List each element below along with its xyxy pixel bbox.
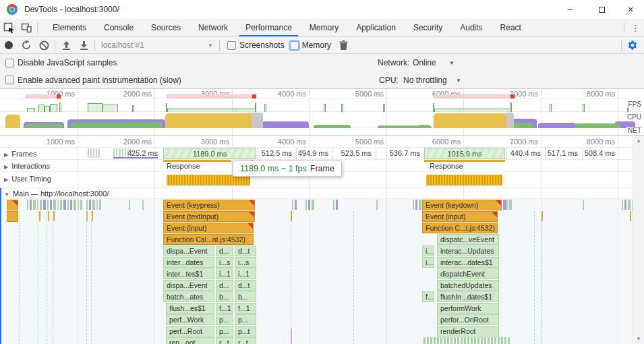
memory-checkbox[interactable]: [290, 41, 299, 50]
record-button[interactable]: [0, 37, 18, 53]
user-timing-track-label[interactable]: ▶User Timing: [4, 175, 51, 183]
load-profile-icon[interactable]: [57, 37, 75, 53]
flame-node[interactable]: inter...dates: [163, 257, 214, 268]
tab-network[interactable]: Network: [189, 19, 237, 36]
flame-node[interactable]: f...: [422, 291, 434, 302]
save-profile-icon[interactable]: [75, 37, 92, 53]
tab-elements[interactable]: Elements: [44, 19, 95, 36]
more-options-icon[interactable]: ⋮: [626, 23, 644, 33]
tab-application[interactable]: Application: [347, 19, 405, 36]
flame-node[interactable]: Event (input): [163, 223, 254, 233]
frame-cell[interactable]: 508.4 ms: [582, 148, 618, 159]
flame-node[interactable]: interac...Updates: [437, 246, 499, 256]
flame-node[interactable]: batch...ates: [163, 291, 214, 302]
flame-node[interactable]: perf...Work: [166, 314, 214, 325]
chevron-down-icon[interactable]: ▼: [204, 42, 217, 49]
flame-node[interactable]: dispatchEvent: [437, 268, 499, 279]
flame-node[interactable]: flushIn...dates$1: [437, 291, 499, 302]
flame-node[interactable]: p...: [235, 314, 256, 325]
flame-node[interactable]: Event (keypress): [163, 200, 255, 210]
flame-node[interactable]: ren...oot: [166, 337, 214, 344]
flame-node[interactable]: performWork: [437, 303, 499, 314]
trash-icon[interactable]: [335, 37, 353, 53]
frame-cell[interactable]: 494.9 ms: [296, 148, 331, 159]
tab-sources[interactable]: Sources: [142, 19, 189, 36]
event-block[interactable]: [7, 200, 18, 210]
maximize-button[interactable]: [588, 0, 615, 19]
flame-node[interactable]: i...: [422, 246, 434, 256]
flame-node[interactable]: r...t: [216, 337, 233, 344]
flame-node[interactable]: b...: [235, 291, 256, 302]
flame-node[interactable]: p...: [216, 314, 233, 325]
user-timing-bar[interactable]: [426, 175, 502, 185]
cpu-throttling-select[interactable]: No throttling: [403, 76, 447, 85]
tab-console[interactable]: Console: [95, 19, 142, 36]
flame-node[interactable]: p...t: [235, 326, 256, 337]
settings-gear-icon[interactable]: [624, 37, 641, 53]
flame-node[interactable]: perf...Root: [166, 326, 214, 337]
chevron-down-icon[interactable]: ▼: [456, 78, 461, 84]
flame-node[interactable]: Function C...t.js:4532): [422, 223, 498, 233]
flame-node[interactable]: d...t: [235, 246, 256, 256]
flame-node[interactable]: f...1: [235, 303, 256, 314]
tab-audits[interactable]: Audits: [451, 19, 491, 36]
flame-node[interactable]: Event (input): [422, 211, 498, 222]
flame-node[interactable]: inter...tes$1: [163, 268, 214, 279]
event-block[interactable]: [7, 211, 18, 222]
flame-node[interactable]: f...1: [216, 303, 233, 314]
minimize-button[interactable]: –: [556, 0, 583, 19]
flame-node[interactable]: Event (keydown): [422, 200, 502, 210]
frame-cell[interactable]: 440.4 ms: [506, 148, 544, 159]
frame-cell[interactable]: 1189.0 ms: [163, 148, 256, 159]
timeline-overview[interactable]: 1000 ms2000 ms3000 ms4000 ms5000 ms6000 …: [0, 89, 644, 135]
reload-and-profile-icon[interactable]: [18, 37, 35, 53]
flame-node[interactable]: Event (textInput): [163, 211, 255, 222]
frame-cell[interactable]: 512.5 ms: [258, 148, 295, 159]
flame-node[interactable]: flush...es$1: [166, 303, 214, 314]
frame-cell[interactable]: 517.1 ms: [545, 148, 581, 159]
tab-security[interactable]: Security: [405, 19, 451, 36]
scroll-down-icon[interactable]: ▼: [633, 336, 644, 342]
tab-react[interactable]: React: [492, 19, 530, 36]
flame-node[interactable]: renderRoot: [437, 326, 499, 337]
flame-node[interactable]: d...t: [235, 280, 256, 291]
interactions-track-label[interactable]: ▶Interactions: [4, 162, 50, 170]
flame-node[interactable]: i...1: [216, 268, 233, 279]
flame-node[interactable]: dispatc...veEvent: [437, 234, 499, 245]
flame-node[interactable]: i...s: [235, 257, 256, 268]
frame-cell[interactable]: 536.7 ms: [376, 148, 423, 159]
flame-node[interactable]: dispa...Event: [163, 246, 214, 256]
paint-instrumentation-checkbox[interactable]: [5, 76, 14, 84]
disable-js-samples-checkbox[interactable]: [5, 59, 14, 67]
device-toolbar-icon[interactable]: [18, 19, 35, 36]
network-select[interactable]: Online: [413, 58, 436, 67]
close-button[interactable]: ×: [617, 0, 644, 19]
screenshots-checkbox[interactable]: [227, 41, 236, 50]
inspect-element-icon[interactable]: [0, 19, 18, 36]
clear-icon[interactable]: [35, 37, 53, 53]
main-track-label[interactable]: ▼Main — http://localhost:3000/: [4, 190, 109, 198]
chevron-down-icon[interactable]: ▼: [449, 60, 455, 66]
flame-node[interactable]: perfor...OnRoot: [437, 314, 499, 325]
history-select[interactable]: localhost #1: [97, 40, 204, 50]
flame-node[interactable]: b...: [216, 291, 233, 302]
flame-node[interactable]: p...: [216, 326, 233, 337]
flame-node[interactable]: Function Cal...nt.js:4532): [163, 234, 254, 245]
flame-node[interactable]: d...: [216, 246, 233, 256]
flame-node[interactable]: i...: [422, 257, 434, 268]
flame-node[interactable]: i...1: [235, 268, 256, 279]
flame-node[interactable]: interac...dates$1: [437, 257, 499, 268]
frame-cell[interactable]: 523.5 ms: [332, 148, 374, 159]
flame-node[interactable]: r...t: [235, 337, 256, 344]
frame-cell[interactable]: 425.2 ms: [125, 148, 160, 159]
tab-performance[interactable]: Performance: [237, 19, 301, 36]
frames-track-label[interactable]: ▶Frames: [4, 150, 36, 158]
scroll-up-icon[interactable]: ▲: [633, 138, 644, 144]
flame-node[interactable]: dispa...Event: [163, 280, 214, 291]
tab-memory[interactable]: Memory: [301, 19, 347, 36]
flame-node[interactable]: i...s: [216, 257, 233, 268]
flame-node[interactable]: d...: [216, 280, 233, 291]
flame-node[interactable]: batchedUpdates: [437, 280, 499, 291]
vertical-scrollbar[interactable]: ▲ ▼: [633, 136, 644, 344]
frame-cell[interactable]: 1015.9 ms: [424, 148, 505, 159]
